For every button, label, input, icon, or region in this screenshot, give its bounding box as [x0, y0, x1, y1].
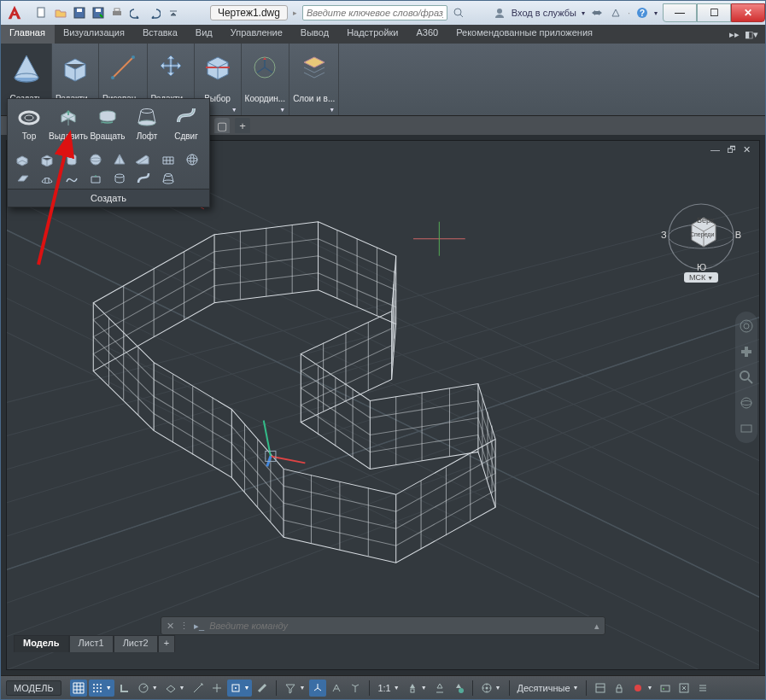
qat-saveas-icon[interactable] [90, 4, 107, 21]
status-lock-icon[interactable] [611, 680, 628, 697]
status-model-button[interactable]: МОДЕЛЬ [6, 680, 61, 696]
status-hardware-icon[interactable] [657, 680, 674, 697]
ribbon-expand-icon[interactable]: ▸▸ [729, 29, 740, 40]
status-annotation-icon[interactable] [431, 680, 448, 697]
view-cube[interactable]: З В Ю Верх Спереди МСК▼ [658, 192, 744, 295]
status-isolate-icon[interactable]: ▼ [629, 680, 655, 697]
minimize-button[interactable]: — [663, 3, 697, 22]
viewcube-front[interactable]: Спереди [690, 231, 714, 237]
layout-tab[interactable]: Лист2 [114, 635, 158, 652]
viewcube-top[interactable]: Верх [697, 216, 714, 225]
status-quickprops-icon[interactable] [592, 680, 609, 697]
status-annovisibility-icon[interactable] [450, 680, 467, 697]
flyout-revolve[interactable]: Вращать [88, 102, 127, 143]
flyout-extrude[interactable]: Выдавить [49, 102, 88, 143]
keyword-search-input[interactable] [302, 5, 447, 20]
viewcube-w[interactable]: З [661, 230, 667, 240]
status-ortho-icon[interactable] [116, 680, 133, 697]
ribbon-tab[interactable]: Вставка [134, 25, 187, 44]
status-osnap3d-icon[interactable]: ▼ [227, 680, 253, 697]
nav-wheel-icon[interactable] [739, 318, 754, 334]
layout-tab[interactable]: Модель [14, 635, 69, 652]
status-osnap-icon[interactable] [190, 680, 207, 697]
status-cleanscreen-icon[interactable] [675, 680, 693, 697]
cmd-close-icon[interactable]: ✕ [167, 621, 174, 632]
surface-network-icon[interactable] [37, 170, 57, 187]
ribbon-tab[interactable]: Управление [222, 25, 292, 44]
exchange-icon[interactable] [590, 6, 604, 20]
maximize-button[interactable]: ☐ [697, 3, 731, 22]
status-filter-icon[interactable]: ▼ [282, 680, 307, 697]
ribbon-tab[interactable]: Вид [187, 25, 222, 44]
primitive-polysolid-icon[interactable] [13, 151, 33, 168]
layout-tab-add[interactable]: + [158, 635, 175, 652]
qat-open-icon[interactable] [52, 4, 69, 21]
smoothmesh-icon[interactable] [158, 151, 178, 168]
qat-more-icon[interactable] [165, 4, 182, 21]
status-polar-icon[interactable]: ▼ [135, 680, 161, 697]
status-units[interactable]: Десятичные▼ [515, 680, 582, 697]
primitive-wedge-icon[interactable] [133, 151, 154, 168]
app-logo[interactable] [1, 1, 28, 25]
ribbon-tab[interactable]: Визуализация [55, 25, 134, 44]
primitive-box-icon[interactable] [37, 151, 57, 168]
qat-save-icon[interactable] [71, 4, 88, 21]
drawing-tab-new[interactable]: + [235, 118, 250, 133]
user-icon[interactable] [493, 6, 506, 20]
status-isoplane-icon[interactable]: ▼ [162, 680, 188, 697]
status-ucs-icon[interactable] [347, 680, 364, 697]
ucs-badge[interactable]: МСК▼ [684, 272, 718, 283]
status-snap-icon[interactable]: ▼ [89, 680, 114, 697]
cmd-handle-icon[interactable]: ⋮ [179, 621, 189, 632]
nav-pan-icon[interactable] [739, 344, 754, 359]
status-annoscale-icon[interactable]: ▼ [404, 680, 430, 697]
viewport[interactable]: e] — 🗗 ✕ [6, 140, 760, 670]
nav-zoom-icon[interactable] [739, 370, 754, 385]
status-grid-icon[interactable] [70, 680, 87, 697]
surface-loft-icon[interactable] [158, 170, 178, 187]
status-gizmo-icon[interactable] [309, 680, 326, 697]
drawing-tab-current[interactable]: ▢ [214, 118, 230, 133]
a360-icon[interactable] [609, 6, 623, 20]
viewcube-e[interactable]: В [735, 230, 741, 240]
panel-layers[interactable]: Слои и в...▼ [289, 44, 339, 115]
ribbon-menu-icon[interactable]: ◧▾ [745, 29, 758, 40]
status-workspace-icon[interactable]: ▼ [478, 680, 504, 697]
surface-planar-icon[interactable] [13, 170, 33, 187]
qat-print-icon[interactable] [108, 4, 126, 21]
status-dynucs-icon[interactable] [328, 680, 345, 697]
status-customize-icon[interactable] [694, 680, 711, 697]
nurbs-icon[interactable] [61, 170, 82, 187]
flyout-loft[interactable]: Лофт [127, 102, 167, 143]
ribbon-tab[interactable]: Рекомендованные приложения [447, 25, 602, 44]
ribbon-tab[interactable]: Надстройки [338, 25, 407, 44]
surface-extrude-icon[interactable] [85, 170, 106, 187]
surface-sweep-icon[interactable] [133, 170, 154, 187]
qat-redo-icon[interactable] [146, 4, 163, 21]
cmd-recent-icon[interactable]: ▴ [594, 621, 599, 632]
ribbon-tab[interactable]: Вывод [292, 25, 338, 44]
close-button[interactable]: ✕ [731, 3, 765, 22]
status-autosnap-icon[interactable] [208, 680, 225, 697]
qat-new-icon[interactable] [33, 4, 50, 21]
viewcube-s[interactable]: Ю [697, 262, 706, 272]
qat-undo-icon[interactable] [127, 4, 144, 21]
primitive-pyramid-icon[interactable] [109, 151, 130, 168]
primitive-cylinder-icon[interactable] [61, 151, 82, 168]
panel-coordinates[interactable]: Координ...▼ [242, 44, 290, 115]
command-line[interactable]: ✕ ⋮ ▸_ ▴ [161, 616, 605, 635]
status-lineweight-icon[interactable] [254, 680, 271, 697]
flyout-torus[interactable]: Тор [9, 102, 49, 143]
search-icon[interactable] [453, 7, 465, 19]
ribbon-tab[interactable]: A360 [407, 25, 447, 44]
mesh-sphere-icon[interactable] [182, 151, 202, 168]
ribbon-tab[interactable]: Главная [1, 25, 55, 44]
surface-revolve-icon[interactable] [109, 170, 130, 187]
primitive-sphere-icon[interactable] [85, 151, 106, 168]
command-input[interactable] [209, 621, 589, 631]
nav-orbit-icon[interactable] [739, 395, 754, 411]
help-icon[interactable]: ? [635, 6, 649, 20]
status-scale[interactable]: 1:1▼ [375, 680, 401, 697]
signin-link[interactable]: Вход в службы [512, 8, 576, 18]
layout-tab[interactable]: Лист1 [69, 635, 114, 652]
